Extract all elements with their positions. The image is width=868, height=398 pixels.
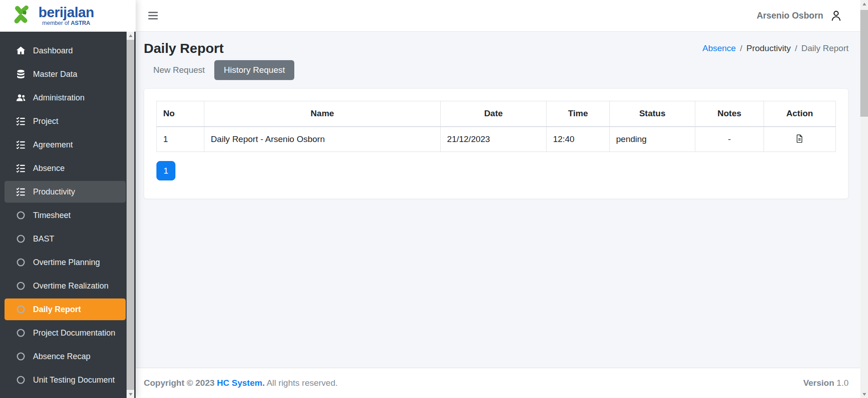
page-scroll-up-button[interactable] (860, 0, 868, 8)
file-text-icon (795, 134, 804, 145)
requests-table: NoNameDateTimeStatusNotesAction 1Daily R… (156, 101, 836, 152)
column-header-date: Date (440, 101, 546, 127)
breadcrumb-separator: / (740, 43, 742, 53)
tabs: New RequestHistory Request (144, 60, 849, 80)
sidebar-item-dashboard[interactable]: Dashboard (5, 40, 126, 62)
sidebar: berijalan member of ASTRA DashboardMaste… (0, 0, 136, 398)
main-area: Arsenio Osborn Daily Report Absence/Prod… (136, 0, 860, 398)
sidebar-item-label: Daily Report (33, 305, 81, 314)
page-scroll-down-button[interactable] (860, 390, 868, 398)
user-name: Arsenio Osborn (757, 10, 823, 21)
sidebar-item-label: Master Data (33, 70, 77, 79)
circle-icon (15, 257, 26, 268)
sidebar-scroll-down-button[interactable] (127, 390, 134, 398)
sidebar-item-project-documentation[interactable]: Project Documentation (5, 322, 126, 344)
arrow-up-icon (129, 34, 132, 37)
cell-action (764, 127, 835, 152)
sidebar-item-label: Absence Recap (33, 352, 90, 361)
page-title: Daily Report (144, 41, 224, 56)
sidebar-scroll-up-button[interactable] (127, 32, 134, 39)
hamburger-icon (148, 12, 158, 13)
breadcrumb-item-absence[interactable]: Absence (703, 43, 736, 53)
brand-tagline: member of ASTRA (42, 20, 90, 26)
sidebar-item-bast[interactable]: BAST (5, 228, 126, 250)
topbar: Arsenio Osborn (136, 0, 860, 32)
sidebar-item-label: Project Documentation (33, 328, 115, 338)
cell-no: 1 (157, 127, 204, 152)
sidebar-item-label: Overtime Realization (33, 281, 108, 291)
sidebar-item-administration[interactable]: Administration (5, 87, 126, 109)
sidebar-scrollbar[interactable] (127, 32, 134, 398)
sidebar-item-timesheet[interactable]: Timesheet (5, 204, 126, 226)
pagination: 1 (156, 161, 836, 180)
sidebar-item-productivity[interactable]: Productivity (5, 181, 126, 203)
sidebar-item-overtime-realization[interactable]: Overtime Realization (5, 275, 126, 297)
table-card: NoNameDateTimeStatusNotesAction 1Daily R… (144, 88, 849, 199)
tab-new-request[interactable]: New Request (144, 60, 214, 80)
column-header-time: Time (547, 101, 610, 127)
sidebar-toggle-button[interactable] (148, 12, 158, 19)
column-header-no: No (157, 101, 204, 127)
page-header: Daily Report Absence/Productivity/Daily … (144, 41, 849, 56)
sidebar-item-label: Productivity (33, 187, 75, 197)
cell-notes: - (695, 127, 764, 152)
breadcrumb-item-productivity: Productivity (746, 43, 791, 53)
sidebar-item-absence[interactable]: Absence (5, 157, 126, 179)
tasks-icon (15, 116, 26, 127)
circle-icon (15, 233, 26, 244)
breadcrumb-separator: / (795, 43, 797, 53)
sidebar-item-label: Unit Testing Document (33, 375, 115, 385)
hc-system-link[interactable]: HC System. (217, 378, 265, 388)
sidebar-item-daily-report[interactable]: Daily Report (5, 298, 126, 320)
cell-date: 21/12/2023 (440, 127, 546, 152)
sidebar-item-label: Agreement (33, 140, 73, 150)
user-menu[interactable]: Arsenio Osborn (757, 9, 842, 22)
sidebar-item-label: Project (33, 117, 58, 126)
circle-icon (15, 210, 26, 221)
sidebar-item-label: Dashboard (33, 46, 73, 56)
app-root: berijalan member of ASTRA DashboardMaste… (0, 0, 868, 398)
tasks-icon (15, 186, 26, 197)
sidebar-nav: DashboardMaster DataAdministrationProjec… (0, 32, 126, 391)
page-scrollbar[interactable] (860, 0, 868, 398)
column-header-status: Status (609, 101, 695, 127)
sidebar-item-project[interactable]: Project (5, 110, 126, 132)
arrow-down-icon (129, 393, 132, 396)
brand[interactable]: berijalan member of ASTRA (0, 0, 136, 32)
tasks-icon (15, 139, 26, 150)
table-header-row: NoNameDateTimeStatusNotesAction (157, 101, 836, 127)
database-icon (15, 69, 26, 80)
sidebar-item-absence-recap[interactable]: Absence Recap (5, 346, 126, 367)
arrow-up-icon (863, 3, 866, 5)
table-row: 1Daily Report - Arsenio Osborn21/12/2023… (157, 127, 836, 152)
circle-icon (15, 327, 26, 338)
page-scrollbar-thumb[interactable] (860, 10, 868, 117)
sidebar-item-label: Absence (33, 164, 65, 173)
sidebar-item-master-data[interactable]: Master Data (5, 63, 126, 85)
sidebar-item-agreement[interactable]: Agreement (5, 134, 126, 156)
column-header-action: Action (764, 101, 835, 127)
page-button-1[interactable]: 1 (156, 161, 175, 180)
home-icon (15, 45, 26, 56)
footer: Copyright © 2023 HC System. All rights r… (136, 368, 860, 398)
sidebar-item-label: BAST (33, 234, 54, 244)
cell-name: Daily Report - Arsenio Osborn (204, 127, 441, 152)
sidebar-item-label: Administration (33, 93, 85, 103)
sidebar-scrollbar-thumb[interactable] (127, 40, 134, 390)
page-content: Daily Report Absence/Productivity/Daily … (136, 32, 860, 368)
sidebar-item-label: Timesheet (33, 211, 71, 220)
tasks-icon (15, 163, 26, 174)
column-header-name: Name (204, 101, 441, 127)
user-avatar-icon (830, 9, 842, 22)
sidebar-item-unit-testing-document[interactable]: Unit Testing Document (5, 369, 126, 391)
breadcrumb-item-daily-report: Daily Report (801, 43, 849, 53)
sidebar-item-overtime-planning[interactable]: Overtime Planning (5, 251, 126, 273)
sidebar-item-label: Overtime Planning (33, 258, 100, 267)
cell-time: 12:40 (547, 127, 610, 152)
view-document-button[interactable] (795, 134, 804, 145)
circle-icon (15, 351, 26, 362)
berijalan-logo-icon (12, 4, 34, 28)
breadcrumb: Absence/Productivity/Daily Report (703, 43, 849, 53)
brand-name: berijalan (38, 5, 94, 20)
tab-history-request[interactable]: History Request (214, 60, 294, 80)
